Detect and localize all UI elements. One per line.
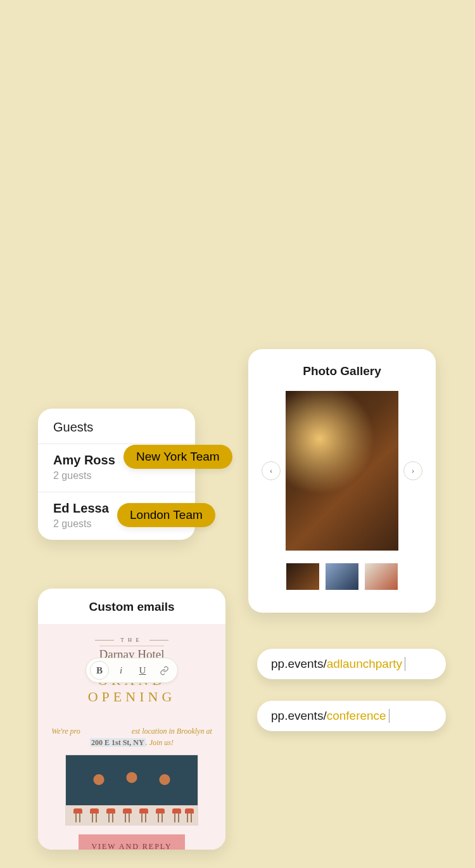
email-image	[65, 755, 198, 826]
italic-button[interactable]: i	[111, 661, 130, 680]
gallery-next-button[interactable]: ›	[403, 461, 422, 480]
custom-url-pill[interactable]: pp.events/conference	[257, 701, 446, 731]
team-tag[interactable]: New York Team	[124, 445, 232, 469]
gallery-thumbnails	[263, 563, 421, 590]
gallery-thumbnail[interactable]	[286, 563, 319, 590]
email-address-highlight: 200 E 1st St, NY	[90, 738, 146, 747]
gallery-title: Photo Gallery	[263, 364, 421, 378]
gallery-main: ‹ ›	[286, 391, 398, 551]
custom-url-pill[interactable]: pp.events/adlaunchparty	[257, 649, 446, 679]
gallery-thumbnail[interactable]	[326, 563, 358, 590]
guests-header: Guests	[38, 409, 195, 444]
url-slug: adlaunchparty	[327, 657, 402, 671]
link-icon	[160, 666, 169, 675]
email-preview: THE Darnay Hotel GRAND OPENING B i U We'…	[38, 624, 225, 850]
url-slug: conference	[327, 709, 386, 723]
gallery-prev-button[interactable]: ‹	[262, 461, 281, 480]
team-tag[interactable]: London Team	[117, 503, 215, 527]
chevron-left-icon: ‹	[270, 467, 272, 475]
bold-button[interactable]: B	[90, 661, 109, 680]
url-prefix: pp.events/	[271, 709, 327, 723]
custom-emails-header: Custom emails	[38, 589, 225, 624]
photo-gallery-card: Photo Gallery ‹ ›	[248, 349, 436, 613]
link-button[interactable]	[155, 661, 174, 680]
hotel-the: THE	[114, 637, 149, 643]
gallery-main-image[interactable]	[286, 391, 398, 551]
url-prefix: pp.events/	[271, 657, 327, 671]
view-and-reply-button[interactable]: VIEW AND REPLY	[79, 834, 184, 850]
underline-button[interactable]: U	[133, 661, 152, 680]
format-toolbar: B i U	[86, 658, 178, 683]
guest-subtext: 2 guests	[53, 470, 180, 482]
chevron-right-icon: ›	[412, 467, 414, 475]
email-body-text: We're pro est location in Brooklyn at 20…	[51, 725, 213, 748]
custom-emails-card: Custom emails THE Darnay Hotel GRAND OPE…	[38, 589, 225, 850]
gallery-thumbnail[interactable]	[365, 563, 398, 590]
